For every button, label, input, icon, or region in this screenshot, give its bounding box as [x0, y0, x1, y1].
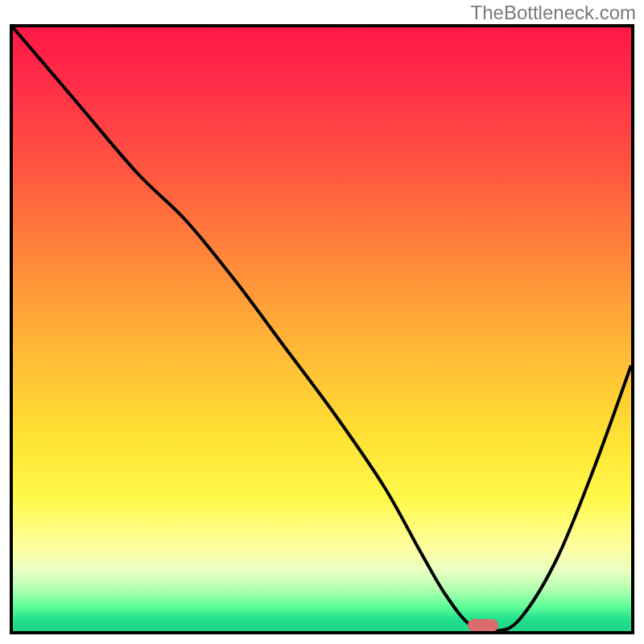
curve-path — [13, 27, 631, 631]
chart-container: TheBottleneck.com — [0, 0, 644, 644]
plot-frame — [10, 24, 634, 634]
optimum-marker — [468, 619, 498, 632]
bottleneck-curve — [13, 27, 631, 631]
watermark-label: TheBottleneck.com — [471, 2, 636, 24]
